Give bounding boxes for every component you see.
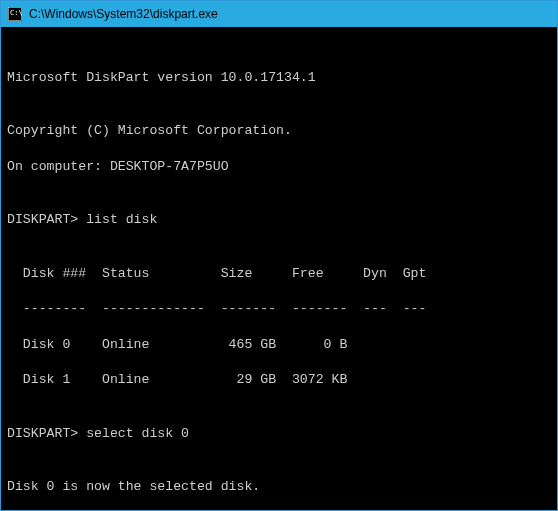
- output-line: On computer: DESKTOP-7A7P5UO: [7, 158, 551, 176]
- titlebar[interactable]: C:\ C:\Windows\System32\diskpart.exe: [1, 1, 557, 27]
- prompt-line: DISKPART> select disk 0: [7, 425, 551, 443]
- disk-header-line: -------- ------------- ------- ------- -…: [7, 300, 551, 318]
- output-line: Disk 0 is now the selected disk.: [7, 478, 551, 496]
- disk-header: Disk ### Status Size Free Dyn Gpt: [7, 265, 551, 283]
- window-title: C:\Windows\System32\diskpart.exe: [29, 7, 218, 21]
- disk-row: Disk 0 Online 465 GB 0 B: [7, 336, 551, 354]
- output-line: Copyright (C) Microsoft Corporation.: [7, 122, 551, 140]
- terminal-output[interactable]: Microsoft DiskPart version 10.0.17134.1 …: [1, 27, 557, 510]
- prompt-line: DISKPART> list disk: [7, 211, 551, 229]
- svg-text:C:\: C:\: [10, 9, 22, 17]
- output-line: Microsoft DiskPart version 10.0.17134.1: [7, 69, 551, 87]
- cmd-icon: C:\: [7, 6, 23, 22]
- disk-row: Disk 1 Online 29 GB 3072 KB: [7, 371, 551, 389]
- console-window: C:\ C:\Windows\System32\diskpart.exe Mic…: [0, 0, 558, 511]
